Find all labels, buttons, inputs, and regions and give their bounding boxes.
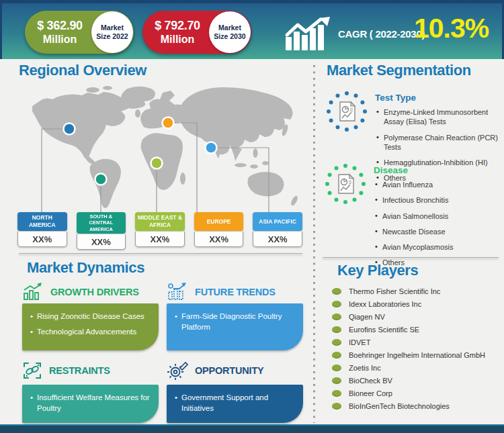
future-trends-heading: FUTURE TRENDS: [167, 283, 276, 301]
key-player-name: Idexx Laboratories Inc: [349, 300, 421, 308]
test-type-heading: Test Type: [375, 93, 501, 103]
cagr-value: 10.3%: [414, 13, 489, 44]
value-2030: $ 792.70: [155, 19, 200, 34]
opportunity-label: OPPORTUNITY: [195, 365, 264, 376]
middle-east-africa-dot: [151, 158, 163, 169]
key-player-item: IDVET: [332, 336, 485, 348]
restraints-icon: [22, 361, 42, 380]
header-band: $ 362.90 Million Market Size 2022 $ 792.…: [0, 0, 504, 59]
future-trends-label: FUTURE TRENDS: [195, 287, 276, 297]
key-player-name: BioCheck BV: [349, 377, 392, 385]
market-size-2030-badge: $ 792.70 Million Market Size 2030: [142, 11, 251, 54]
key-player-item: Eurofins Scientific SE: [332, 323, 485, 336]
player-bullet-icon: [332, 377, 341, 384]
region-item-asia-pacific: ASIA PACIFICXX%: [253, 212, 302, 250]
left-separator: [19, 253, 302, 254]
disease-item: Avian Influenza: [374, 180, 500, 189]
disease-item: Newcastle Disease: [374, 227, 500, 236]
disease-item: Avian Salmonellosis: [374, 211, 500, 221]
disease-item: Avian Mycoplasmosis: [374, 242, 500, 252]
key-player-item: Idexx Laboratories Inc: [332, 297, 485, 310]
key-player-name: Eurofins Scientific SE: [349, 326, 419, 334]
future-trends-box: Farm-Side Diagnostic Poultry Platform: [167, 303, 303, 350]
market-size-2030-circle: Market Size 2030: [209, 11, 251, 53]
region-item-south-central-america: SOUTH & CENTRAL AMERICAXX%: [77, 212, 126, 250]
region-share: XX%: [194, 232, 244, 247]
region-name: MIDDLE EAST & AFRICA: [135, 212, 185, 231]
key-player-item: Bioneer Corp: [332, 387, 485, 399]
key-player-item: BioInGenTech Biotechnologies: [332, 399, 485, 412]
market-size-2030-value: $ 792.70 Million: [142, 11, 212, 54]
key-player-item: Zoetis Inc: [332, 361, 485, 374]
key-player-item: Thermo Fisher Scientific Inc: [332, 285, 485, 297]
growth-driver-item: Rising Zoonotic Disease Cases: [30, 311, 152, 322]
infographic-page: $ 362.90 Million Market Size 2022 $ 792.…: [0, 0, 504, 433]
disease-item: Infectious Bronchitis: [374, 195, 500, 205]
bottom-bar: [0, 424, 504, 433]
region-item-north-america: NORTH AMERICAXX%: [17, 212, 67, 250]
key-player-item: Boehringer Ingelheim International GmbH: [332, 348, 485, 361]
disease-heading: Disease: [374, 165, 500, 175]
opportunity-box: Government Support and Initiatives: [167, 385, 303, 423]
player-bullet-icon: [332, 326, 341, 333]
key-player-name: BioInGenTech Biotechnologies: [349, 402, 450, 410]
restraints-heading: RESTRAINTS: [22, 361, 110, 380]
future-trends-icon: [167, 283, 188, 301]
north-america-dot: [64, 124, 75, 135]
player-bullet-icon: [332, 365, 341, 371]
market-size-2022-circle: Market Size 2022: [91, 11, 133, 53]
growth-drivers-label: GROWTH DRIVERS: [50, 287, 139, 297]
growth-drivers-heading: GROWTH DRIVERS: [22, 283, 139, 301]
region-item-europe: EUROPEXX%: [194, 212, 244, 250]
key-player-name: Zoetis Inc: [349, 364, 381, 372]
key-player-item: BioCheck BV: [332, 374, 485, 387]
right-separator: [323, 257, 499, 258]
growth-chart-icon: [284, 17, 333, 50]
player-bullet-icon: [332, 403, 341, 410]
player-bullet-icon: [332, 288, 341, 295]
key-player-name: Boehringer Ingelheim International GmbH: [349, 351, 485, 359]
region-item-middle-east-africa: MIDDLE EAST & AFRICAXX%: [135, 212, 185, 250]
disease-report-icon: [324, 162, 367, 205]
region-name: ASIA PACIFIC: [253, 212, 302, 231]
circle-2030-line1: Market: [218, 23, 241, 32]
key-player-name: Thermo Fisher Scientific Inc: [349, 287, 440, 295]
player-bullet-icon: [332, 301, 341, 307]
key-players-list: Thermo Fisher Scientific IncIdexx Labora…: [332, 285, 485, 412]
growth-drivers-icon: [22, 283, 44, 301]
region-share: XX%: [77, 234, 126, 250]
key-player-name: Qiagen NV: [349, 313, 385, 321]
regional-overview-title: Regional Overview: [19, 62, 146, 79]
value-2022: $ 362.90: [37, 19, 83, 34]
region-share: XX%: [17, 232, 67, 247]
region-name: SOUTH & CENTRAL AMERICA: [77, 212, 126, 234]
future-trend-item: Farm-Side Diagnostic Poultry Platform: [175, 311, 296, 332]
key-player-item: Qiagen NV: [332, 310, 485, 323]
circle-2022-line1: Market: [101, 23, 124, 32]
unit-2030: Million: [161, 33, 195, 46]
growth-driver-item: Technological Advancements: [30, 327, 152, 338]
test-type-report-icon: [325, 90, 368, 133]
circle-2030-line2: Size 2030: [214, 32, 245, 41]
circle-2022-line2: Size 2022: [96, 32, 128, 41]
player-bullet-icon: [332, 352, 341, 358]
test-type-item: Polymerase Chain Reaction (PCR) Tests: [375, 133, 501, 152]
region-share: XX%: [253, 232, 302, 247]
region-name: EUROPE: [194, 212, 244, 231]
key-player-name: IDVET: [349, 338, 370, 346]
asia-pacific-dot: [206, 142, 217, 154]
market-segmentation-title: Market Segmentation: [327, 62, 471, 79]
opportunity-item: Government Support and Initiatives: [175, 393, 296, 414]
region-labels-row: NORTH AMERICAXX%SOUTH & CENTRAL AMERICAX…: [17, 212, 302, 250]
region-share: XX%: [135, 232, 185, 247]
player-bullet-icon: [332, 390, 341, 397]
market-size-2022-badge: $ 362.90 Million Market Size 2022: [25, 11, 134, 54]
europe-dot: [163, 117, 174, 129]
player-bullet-icon: [332, 314, 341, 320]
key-players-title: Key Players: [337, 262, 418, 279]
cagr-label: CAGR ( 2022-2030): [338, 28, 425, 40]
player-bullet-icon: [332, 339, 341, 346]
market-dynamics-title: Market Dynamics: [27, 259, 144, 277]
restraint-item: Insufficient Welfare Measures for Poultr…: [30, 393, 152, 414]
market-size-2022-value: $ 362.90 Million: [25, 11, 95, 54]
